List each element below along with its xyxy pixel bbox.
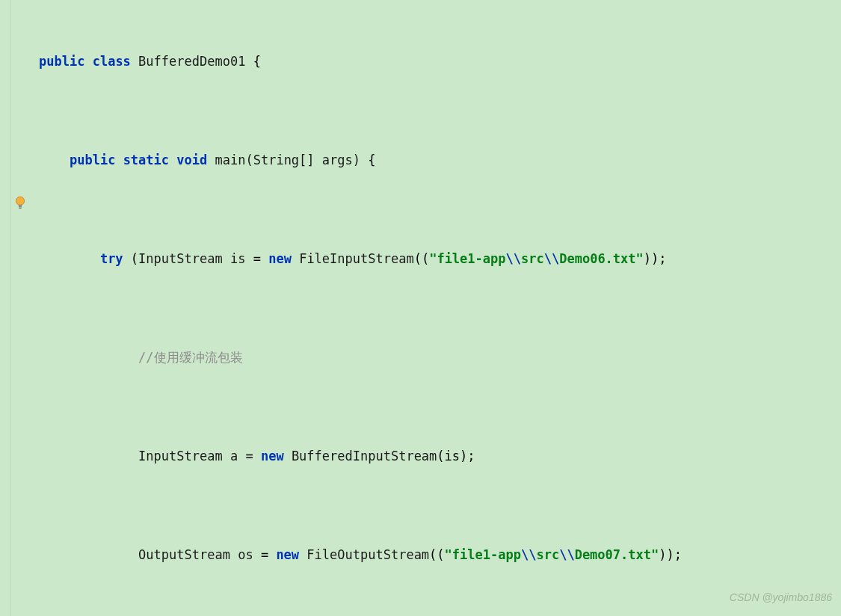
string: src [521,251,544,266]
string: Demo06.txt" [559,251,644,266]
class-name: BufferedDemo01 [138,54,245,69]
keyword: new [276,547,299,562]
escape: \\ [521,547,536,562]
string: "file1-app [445,547,521,562]
keyword: class [93,54,131,69]
params: (String[] args) [245,153,360,167]
escape: \\ [506,251,521,266]
var: os [238,547,253,562]
method-name: main [215,153,246,167]
watermark: CSDN @yojimbo1886 [730,585,832,610]
op: = [261,547,268,562]
keyword: static [123,153,169,167]
string: Demo07.txt" [575,547,659,562]
op: = [245,449,253,463]
keyword: void [176,153,207,167]
type: InputStream [138,449,223,463]
op: = [253,251,261,266]
escape: \\ [559,547,574,562]
type: OutputStream [138,547,230,562]
code-editor[interactable]: public class BufferedDemo01 { public sta… [0,0,841,616]
keyword: new [261,449,284,463]
keyword: new [268,251,292,266]
type: FileOutputStream [306,547,429,562]
keyword: public [39,54,84,69]
keyword: try [100,251,123,266]
string: src [536,547,559,562]
var: is [230,251,245,266]
keyword: public [70,153,115,167]
comment: //使用缓冲流包装 [138,350,242,365]
type: FileInputStream [299,251,414,266]
type: BufferedInputStream [292,449,437,463]
var: a [230,449,238,463]
string: "file1-app [429,251,505,266]
type: InputStream [138,251,223,266]
escape: \\ [544,251,559,266]
